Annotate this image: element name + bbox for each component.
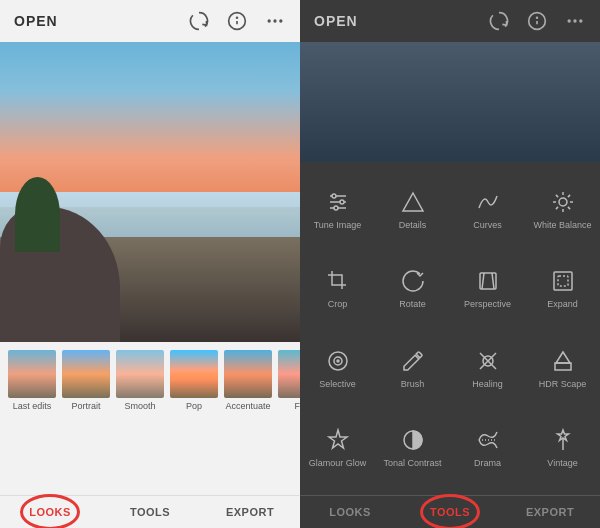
svg-point-15: [332, 194, 336, 198]
svg-rect-32: [558, 276, 568, 286]
expand-icon: [549, 267, 577, 295]
tool-tonal-contrast[interactable]: Tonal Contrast: [375, 408, 450, 487]
tool-curves[interactable]: Curves: [450, 170, 525, 249]
tool-expand[interactable]: Expand: [525, 249, 600, 328]
thumb-label-pop: Pop: [186, 401, 202, 411]
svg-point-35: [337, 360, 339, 362]
hdr-scape-icon: [549, 347, 577, 375]
svg-line-26: [567, 195, 569, 197]
svg-point-16: [340, 200, 344, 204]
curves-icon: [474, 188, 502, 216]
tool-white-balance[interactable]: White Balance: [525, 170, 600, 249]
right-top-icons: [488, 10, 586, 32]
svg-marker-37: [556, 352, 570, 363]
right-info-icon[interactable]: [526, 10, 548, 32]
tool-details[interactable]: Details: [375, 170, 450, 249]
right-nav-looks-label: LOOKS: [329, 506, 371, 518]
right-active-indicator: [420, 494, 480, 528]
left-nav-tools[interactable]: TOOLS: [100, 496, 200, 528]
tool-vintage[interactable]: Vintage: [525, 408, 600, 487]
thumb-last-edits[interactable]: Last edits: [8, 350, 56, 411]
glamour-glow-label: Glamour Glow: [309, 458, 367, 469]
details-icon: [399, 188, 427, 216]
tool-perspective[interactable]: Perspective: [450, 249, 525, 328]
tonal-contrast-icon: [399, 426, 427, 454]
perspective-icon: [474, 267, 502, 295]
drama-icon: [474, 426, 502, 454]
svg-point-17: [334, 206, 338, 210]
right-nav-export-label: EXPORT: [526, 506, 574, 518]
thumb-portrait[interactable]: Portrait: [62, 350, 110, 411]
white-balance-icon: [549, 188, 577, 216]
left-nav-export-label: EXPORT: [226, 506, 274, 518]
tool-drama[interactable]: Drama: [450, 408, 525, 487]
right-rotate-icon[interactable]: [488, 10, 510, 32]
selective-label: Selective: [319, 379, 356, 390]
main-image: [0, 42, 300, 342]
tool-hdr-scape[interactable]: HDR Scape: [525, 329, 600, 408]
tool-healing[interactable]: Healing: [450, 329, 525, 408]
tool-selective[interactable]: Selective: [300, 329, 375, 408]
svg-marker-38: [555, 363, 571, 370]
tune-image-icon: [324, 188, 352, 216]
healing-icon: [474, 347, 502, 375]
crop-icon: [324, 267, 352, 295]
tool-brush[interactable]: Brush: [375, 329, 450, 408]
left-panel: OPEN: [0, 0, 300, 528]
left-title: OPEN: [14, 13, 188, 29]
rotate-label: Rotate: [399, 299, 426, 310]
right-image-placeholder: [300, 42, 600, 162]
info-icon[interactable]: [226, 10, 248, 32]
thumb-smooth[interactable]: Smooth: [116, 350, 164, 411]
looks-thumbnails: Last edits Portrait Smooth Pop Accentuat…: [0, 342, 300, 415]
svg-point-10: [573, 19, 576, 22]
tool-glamour-glow[interactable]: Glamour Glow: [300, 408, 375, 487]
right-more-icon[interactable]: [564, 10, 586, 32]
tool-rotate[interactable]: Rotate: [375, 249, 450, 328]
svg-line-24: [555, 195, 557, 197]
svg-line-27: [555, 207, 557, 209]
tools-grid: Tune Image Details Curves: [300, 162, 600, 495]
healing-label: Healing: [472, 379, 503, 390]
left-nav-looks[interactable]: LOOKS: [0, 496, 100, 528]
selective-icon: [324, 347, 352, 375]
rotate-tool-icon: [399, 267, 427, 295]
hdr-scape-label: HDR Scape: [539, 379, 587, 390]
svg-point-3: [268, 19, 271, 22]
left-bottom-nav: LOOKS TOOLS EXPORT: [0, 495, 300, 528]
perspective-label: Perspective: [464, 299, 511, 310]
svg-line-30: [492, 273, 494, 289]
thumb-label-portrait: Portrait: [71, 401, 100, 411]
right-nav-tools[interactable]: TOOLS: [400, 496, 500, 528]
right-bottom-nav: LOOKS TOOLS EXPORT: [300, 495, 600, 528]
crop-label: Crop: [328, 299, 348, 310]
right-title: OPEN: [314, 13, 488, 29]
details-label: Details: [399, 220, 427, 231]
svg-line-29: [482, 273, 484, 289]
left-top-bar: OPEN: [0, 0, 300, 42]
tool-crop[interactable]: Crop: [300, 249, 375, 328]
thumb-fac[interactable]: Fac: [278, 350, 300, 411]
drama-label: Drama: [474, 458, 501, 469]
vintage-label: Vintage: [547, 458, 577, 469]
thumb-pop[interactable]: Pop: [170, 350, 218, 411]
svg-point-5: [279, 19, 282, 22]
right-nav-export[interactable]: EXPORT: [500, 496, 600, 528]
brush-label: Brush: [401, 379, 425, 390]
svg-line-25: [567, 207, 569, 209]
thumb-label-smooth: Smooth: [124, 401, 155, 411]
rotate-icon[interactable]: [188, 10, 210, 32]
thumb-accentuate[interactable]: Accentuate: [224, 350, 272, 411]
right-top-bar: OPEN: [300, 0, 600, 42]
more-icon[interactable]: [264, 10, 286, 32]
right-nav-looks[interactable]: LOOKS: [300, 496, 400, 528]
svg-point-11: [579, 19, 582, 22]
tune-image-label: Tune Image: [314, 220, 362, 231]
left-top-icons: [188, 10, 286, 32]
right-panel: OPEN: [300, 0, 600, 528]
tool-tune-image[interactable]: Tune Image: [300, 170, 375, 249]
svg-point-4: [273, 19, 276, 22]
svg-marker-18: [403, 193, 423, 211]
left-nav-export[interactable]: EXPORT: [200, 496, 300, 528]
left-nav-tools-label: TOOLS: [130, 506, 170, 518]
